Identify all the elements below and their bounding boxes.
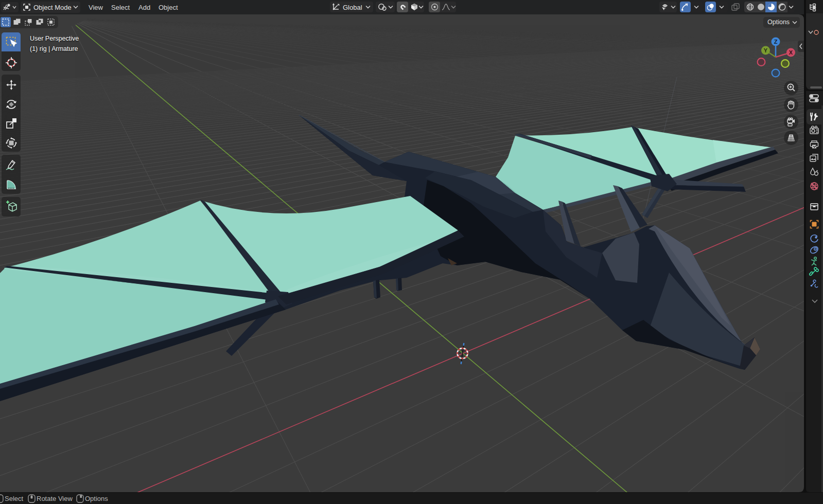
- svg-text:Z: Z: [774, 39, 778, 45]
- svg-text:Y: Y: [764, 47, 768, 53]
- svg-text:X: X: [789, 49, 793, 56]
